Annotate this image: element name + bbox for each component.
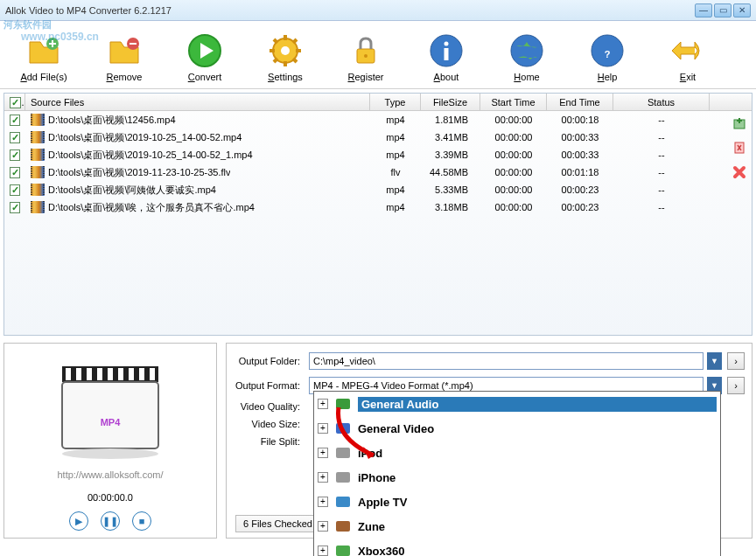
output-folder-label: Output Folder: <box>234 356 305 366</box>
dropdown-item[interactable]: + General Audio <box>314 392 720 416</box>
dropdown-item-label: General Audio <box>358 397 717 412</box>
svg-text:MP4: MP4 <box>101 417 122 427</box>
register-button[interactable]: Register <box>326 30 406 84</box>
preview-panel: MP4 http://www.alloksoft.com/ 00:00:00.0… <box>4 343 217 539</box>
check-all[interactable] <box>10 97 21 108</box>
dropdown-item-label: Xbox360 <box>358 545 717 557</box>
preview-timecode: 00:00:00.0 <box>88 492 133 503</box>
expand-icon[interactable]: + <box>318 399 328 409</box>
remove-label: Remove <box>107 72 143 82</box>
svg-point-14 <box>364 54 368 58</box>
category-icon <box>333 443 353 462</box>
settings-button[interactable]: Settings <box>245 30 326 84</box>
dropdown-item[interactable]: + iPhone <box>314 465 720 490</box>
expand-icon[interactable]: + <box>318 448 328 458</box>
home-button[interactable]: Home <box>486 30 567 84</box>
file-path: D:\tools\桌面\视频\2019-10-25_14-00-52.mp4 <box>48 131 242 144</box>
remove-button[interactable]: Remove <box>84 30 164 84</box>
row-checkbox[interactable] <box>10 149 20 161</box>
svg-rect-30 <box>129 368 134 380</box>
about-button[interactable]: About <box>406 30 486 84</box>
file-type: flv <box>370 167 421 177</box>
row-checkbox[interactable] <box>10 115 20 126</box>
expand-icon[interactable]: + <box>318 521 328 532</box>
file-type: mp4 <box>370 115 421 125</box>
svg-rect-28 <box>108 368 113 380</box>
pause-preview-button[interactable]: ❚❚ <box>101 511 120 531</box>
output-folder-input[interactable]: C:\mp4_video\ <box>309 352 704 370</box>
file-path: D:\tools\桌面\视频\阿姨做人要诚实.mp4 <box>48 184 216 197</box>
table-row[interactable]: D:\tools\桌面\视频\阿姨做人要诚实.mp4 mp4 5.33MB 00… <box>4 181 752 198</box>
settings-panel: Output Folder: C:\mp4_video\ ▼ › Output … <box>226 343 752 539</box>
output-format-go-button[interactable]: › <box>727 377 745 394</box>
dropdown-item[interactable]: + Xbox360 <box>314 539 720 556</box>
file-type: mp4 <box>370 202 421 212</box>
table-row[interactable]: D:\tools\桌面\视频\12456.mp4 mp4 1.81MB 00:0… <box>4 111 752 129</box>
file-type: mp4 <box>370 184 421 195</box>
titlebar: Allok Video to MP4 Converter 6.2.1217 — … <box>0 0 756 21</box>
play-preview-button[interactable]: ▶ <box>69 511 88 531</box>
dropdown-item[interactable]: + iPod <box>314 441 720 465</box>
output-folder-browse-button[interactable]: › <box>727 352 745 370</box>
home-label: Home <box>514 72 539 82</box>
file-list-header: Source Files Type FileSize Start Time En… <box>4 94 752 111</box>
table-row[interactable]: D:\tools\桌面\视频\唉，这个服务员真不省心.mp4 mp4 3.18M… <box>4 198 752 216</box>
expand-icon[interactable]: + <box>318 423 328 434</box>
file-size: 3.39MB <box>421 149 480 160</box>
delete-item-icon[interactable] <box>731 139 748 156</box>
exit-label: Exit <box>680 72 696 82</box>
svg-rect-29 <box>118 368 123 380</box>
output-folder-dropdown-icon[interactable]: ▼ <box>707 352 722 370</box>
table-row[interactable]: D:\tools\桌面\视频\2019-10-25_14-00-52.mp4 m… <box>4 129 752 146</box>
svg-point-16 <box>444 41 449 45</box>
file-start: 00:00:00 <box>480 132 547 142</box>
expand-icon[interactable]: + <box>318 546 328 556</box>
column-status[interactable]: Status <box>613 94 710 111</box>
row-checkbox[interactable] <box>10 184 20 196</box>
remove-item-icon[interactable] <box>731 163 748 181</box>
add-item-icon[interactable] <box>731 115 748 132</box>
column-start[interactable]: Start Time <box>480 94 547 111</box>
column-filesize[interactable]: FileSize <box>421 94 480 111</box>
dropdown-item-label: iPod <box>358 447 717 460</box>
video-file-icon <box>31 201 45 213</box>
convert-button[interactable]: Convert <box>164 30 245 84</box>
video-file-icon <box>31 149 45 161</box>
folder-remove-icon <box>105 31 144 70</box>
file-start: 00:00:00 <box>480 167 547 177</box>
dropdown-item[interactable]: + Apple TV <box>314 490 720 514</box>
row-checkbox[interactable] <box>10 132 20 143</box>
file-size: 3.18MB <box>421 202 480 212</box>
folder-add-icon <box>24 31 63 70</box>
dropdown-item-label: General Video <box>358 422 717 435</box>
stop-preview-button[interactable]: ■ <box>132 511 151 531</box>
svg-rect-17 <box>444 48 449 60</box>
file-split-label: File Split: <box>234 436 305 447</box>
column-type[interactable]: Type <box>370 94 421 111</box>
dropdown-item-label: Zune <box>358 520 717 533</box>
column-end[interactable]: End Time <box>547 94 613 111</box>
help-button[interactable]: ? Help <box>567 30 648 84</box>
close-button[interactable]: ✕ <box>733 3 751 17</box>
row-checkbox[interactable] <box>10 167 20 178</box>
add-files-button[interactable]: Add File(s) <box>4 30 84 84</box>
table-row[interactable]: D:\tools\桌面\视频\2019-10-25_14-00-52_1.mp4… <box>4 146 752 163</box>
expand-icon[interactable]: + <box>318 497 328 507</box>
file-start: 00:00:00 <box>480 202 547 212</box>
column-source[interactable]: Source Files <box>25 94 370 111</box>
svg-text:?: ? <box>605 49 611 59</box>
preview-thumbnail: MP4 <box>36 351 185 464</box>
dropdown-item[interactable]: + General Video <box>314 416 720 441</box>
table-row[interactable]: D:\tools\桌面\视频\2019-11-23-10-25-35.flv f… <box>4 163 752 181</box>
file-path: D:\tools\桌面\视频\唉，这个服务员真不省心.mp4 <box>48 201 255 214</box>
maximize-button[interactable]: ▭ <box>714 3 732 17</box>
output-format-dropdown[interactable]: + General Audio + General Video + iPod +… <box>313 391 721 556</box>
minimize-button[interactable]: — <box>695 3 712 17</box>
expand-icon[interactable]: + <box>318 472 328 483</box>
column-checkbox[interactable] <box>4 94 25 111</box>
exit-button[interactable]: Exit <box>648 30 728 84</box>
file-type: mp4 <box>370 132 421 142</box>
svg-line-9 <box>274 39 277 43</box>
dropdown-item[interactable]: + Zune <box>314 514 720 539</box>
row-checkbox[interactable] <box>10 202 20 213</box>
